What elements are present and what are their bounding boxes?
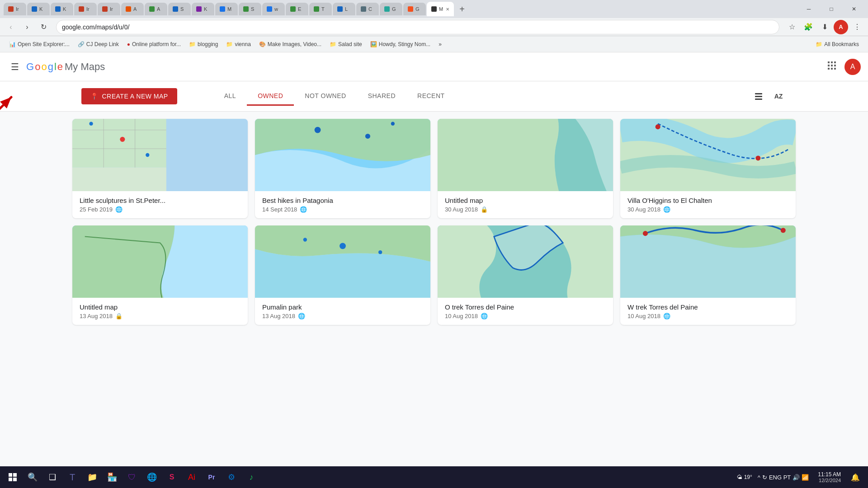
menu-button[interactable]: ⋮ [850,20,864,34]
start-button[interactable] [4,468,22,486]
map-card-map5[interactable]: ↗ ⋮ Untitled map 13 Aug 2018 🔒 [72,225,248,325]
browser-tab-t1[interactable]: T [309,3,332,15]
bookmark-all-bookmarks[interactable]: 📁 All Bookmarks [812,39,863,49]
tab-owned[interactable]: OWNED [247,87,294,106]
create-new-map-button[interactable]: 📍 CREATE A NEW MAP [81,88,177,104]
apps-grid-button[interactable] [823,56,841,77]
more-options-button[interactable]: ⋮ [230,122,244,137]
lang-indicator[interactable]: ENG PT [769,474,791,481]
back-button[interactable]: ‹ [4,20,18,34]
wifi-icon[interactable]: 📶 [802,474,809,481]
bookmark-more[interactable]: » [435,39,445,49]
extension-button[interactable]: 🧩 [801,20,816,34]
teams-taskbar-button[interactable]: T [63,468,81,486]
browser-tab-a2[interactable]: A [145,3,167,15]
clock[interactable]: 11:15 AM 12/2/2024 [814,471,844,483]
az-sort-button[interactable]: AZ [770,88,787,104]
address-bar[interactable]: google.com/maps/d/u/0/ [56,20,779,34]
map-card-map2[interactable]: ↗ ⋮ Best hikes in Patagonia 14 Sept 2018… [255,119,430,218]
spotify-taskbar-button[interactable]: ♪ [242,468,260,486]
map-card-map4[interactable]: ↗ ⋮ Villa O'Higgins to El Chalten 30 Aug… [620,119,796,218]
tab-not-owned[interactable]: NOT OWNED [294,87,357,106]
map-card-map7[interactable]: ↗ ⋮ O trek Torres del Paine 10 Aug 2018 … [438,225,613,325]
tab-recent[interactable]: RECENT [406,87,456,106]
browser-tab-s2[interactable]: S [239,3,261,15]
browser-tab-c1[interactable]: C [356,3,379,15]
user-avatar[interactable]: A [844,59,861,75]
adobe-taskbar-button[interactable]: Ai [183,468,201,486]
new-tab-button[interactable]: + [455,2,469,16]
browser-tab-k3[interactable]: K [192,3,214,15]
list-view-button[interactable] [750,88,767,104]
vpn-taskbar-button[interactable]: 🛡 [123,468,141,486]
reload-button[interactable]: ↻ [36,20,51,34]
map-card-map8[interactable]: ↗ ⋮ W trek Torres del Paine 10 Aug 2018 … [620,225,796,325]
bookmark-blogging[interactable]: 📁 blogging [185,39,222,49]
browser-tab-analytics[interactable]: A [121,3,144,15]
share-map-button[interactable]: ↗ [760,122,774,137]
chrome-taskbar-button[interactable]: 🌐 [143,468,161,486]
download-button[interactable]: ⬇ [817,20,832,34]
premiere-taskbar-button[interactable]: Pr [203,468,221,486]
slack-taskbar-button[interactable]: S [163,468,181,486]
browser-tab-s1[interactable]: S [168,3,191,15]
more-options-button[interactable]: ⋮ [778,229,792,244]
more-options-button[interactable]: ⋮ [595,229,609,244]
browser-tab-k2[interactable]: K [51,3,73,15]
bookmark-online-platform[interactable]: ● Online platform for... [123,39,184,49]
browser-tab-gmail1[interactable]: Ir [4,3,26,15]
search-taskbar-button[interactable]: 🔍 [24,468,42,486]
browser-tab-gmail3[interactable]: Ir [98,3,120,15]
browser-tab-k1[interactable]: K [27,3,50,15]
bookmark-button[interactable]: ☆ [785,20,799,34]
map-card-map1[interactable]: ↗ ⋮ Little sculptures in St.Peter... 25 … [72,119,248,218]
browser-tab-maps[interactable]: M✕ [427,2,454,16]
bookmark-vienna[interactable]: 📁 vienna [222,39,254,49]
store-taskbar-button[interactable]: 🏪 [103,468,121,486]
more-options-button[interactable]: ⋮ [778,122,792,137]
bookmark-cj-deep-link[interactable]: 🔗 CJ Deep Link [74,39,123,49]
settings-taskbar-button[interactable]: ⚙ [222,468,241,486]
tab-close-button[interactable]: ✕ [446,7,449,12]
share-map-button[interactable]: ↗ [760,229,774,244]
minimize-button[interactable]: ─ [798,2,819,16]
profile-button[interactable]: A [834,20,848,34]
forward-button[interactable]: › [20,20,34,34]
tab-all[interactable]: ALL [213,87,247,106]
share-map-button[interactable]: ↗ [212,229,226,244]
tab-label: K [204,6,207,12]
maximize-button[interactable]: □ [821,2,842,16]
expand-tray-icon[interactable]: ^ [758,474,760,481]
bookmark-make-images[interactable]: 🎨 Make Images, Video... [255,39,325,49]
tab-shared[interactable]: SHARED [357,87,406,106]
browser-tab-gmail2[interactable]: Ir [74,3,97,15]
explorer-taskbar-button[interactable]: 📁 [83,468,101,486]
task-view-button[interactable]: ❑ [43,468,61,486]
bookmark-open-site-explorer[interactable]: 📊 Open Site Explorer:... [5,39,73,49]
volume-icon[interactable]: 🔊 [793,474,800,481]
filter-tabs: ALL OWNED NOT OWNED SHARED RECENT [213,87,456,106]
more-options-button[interactable]: ⋮ [595,122,609,137]
bookmark-howdy[interactable]: 🖼️ Howdy, Stingy Nom... [367,39,434,49]
share-map-button[interactable]: ↗ [577,229,591,244]
browser-tab-l1[interactable]: L [333,3,355,15]
more-options-button[interactable]: ⋮ [412,122,427,137]
notification-button[interactable]: 🔔 [846,468,864,486]
tab-label: A [133,6,137,12]
map-card-map6[interactable]: ↗ ⋮ Pumalin park 13 Aug 2018 🌐 [255,225,430,325]
browser-tab-gw[interactable]: w [262,3,285,15]
more-options-button[interactable]: ⋮ [412,229,427,244]
browser-tab-g1[interactable]: G [380,3,402,15]
browser-tab-m1[interactable]: M [215,3,238,15]
browser-tab-e1[interactable]: E [286,3,308,15]
map-card-map3[interactable]: ↗ ⋮ Untitled map 30 Aug 2018 🔒 [438,119,613,218]
more-options-button[interactable]: ⋮ [230,229,244,244]
share-map-button[interactable]: ↗ [577,122,591,137]
share-map-button[interactable]: ↗ [212,122,226,137]
browser-tab-yt[interactable]: G [403,3,426,15]
bookmark-salad-site[interactable]: 📁 Salad site [326,39,366,49]
close-button[interactable]: ✕ [844,2,864,16]
share-map-button[interactable]: ↗ [394,229,409,244]
hamburger-menu[interactable]: ☰ [7,58,23,76]
share-map-button[interactable]: ↗ [394,122,409,137]
